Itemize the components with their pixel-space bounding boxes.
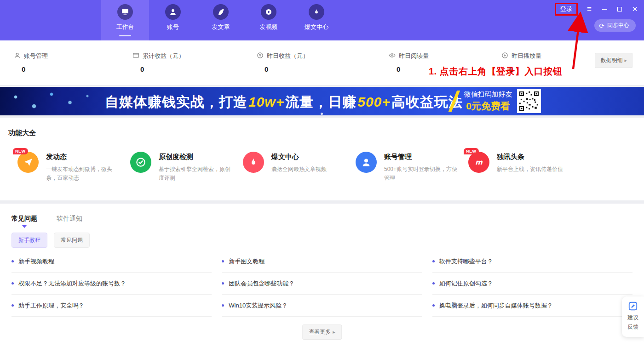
minimize-button[interactable] <box>601 5 608 13</box>
edit-icon <box>628 301 638 313</box>
stat-value: 0 <box>22 65 48 73</box>
faq-item[interactable]: 新手图文教程 <box>222 251 422 273</box>
stat-account-management: 账号管理 0 <box>14 52 48 73</box>
originality-check-icon <box>130 152 151 173</box>
tab-publish-video[interactable]: 发视频 <box>245 0 293 40</box>
tab-workbench[interactable]: 工作台 <box>101 0 149 40</box>
tab-label: 爆文中心 <box>305 23 328 31</box>
play-circle-icon <box>501 52 508 60</box>
new-badge: NEW <box>13 148 28 154</box>
stat-value: 0 <box>397 65 429 73</box>
pill-common-questions[interactable]: 常见问题 <box>54 233 90 248</box>
faq-item[interactable]: 新手视频教程 <box>12 251 212 273</box>
faq-item[interactable]: 软件支持哪些平台？ <box>432 251 632 273</box>
stat-label: 昨日收益（元） <box>267 52 309 60</box>
faq-filter-pills: 新手教程 常见问题 <box>12 233 90 248</box>
svg-text:m: m <box>475 158 483 166</box>
eye-icon <box>389 52 396 60</box>
card-icon <box>132 52 139 60</box>
bullet-icon <box>222 260 224 262</box>
user-icon <box>14 52 21 60</box>
banner-decoration <box>0 87 110 115</box>
menu-icon[interactable]: ≡ <box>586 5 593 13</box>
bullet-icon <box>12 282 14 285</box>
qr-code-icon <box>517 89 541 113</box>
feedback-label-line2: 反馈 <box>627 323 638 331</box>
stat-yesterday-income: 昨日收益（元） 0 <box>257 52 309 73</box>
tab-label: 账号 <box>167 23 179 31</box>
feature-title: 爆文中心 <box>271 153 346 161</box>
bullet-icon <box>222 304 224 307</box>
promo-banner[interactable]: 自媒体赚钱实战，打造10w+流量，日赚500+高收益玩法 微信扫码加好友 0元免… <box>0 87 644 115</box>
view-more-button[interactable]: 查看更多 ▸ <box>302 325 342 340</box>
faq-item[interactable]: 助手工作原理，安全吗？ <box>12 295 212 317</box>
tab-label: 发视频 <box>260 23 278 31</box>
faq-item[interactable]: 权限不足？无法添加对应等级的账号数？ <box>12 273 212 295</box>
sync-icon: ⟳ <box>599 22 604 29</box>
publish-article-icon <box>213 4 229 20</box>
faq-tab-label: 软件通知 <box>57 215 82 222</box>
faq-section: 常见问题 软件通知 新手教程 常见问题 新手视频教程 新手图文教程 软件支持哪些… <box>0 204 644 353</box>
feedback-widget[interactable]: 建议 反馈 <box>622 296 644 337</box>
flame-icon <box>243 152 264 173</box>
tab-hot-articles[interactable]: 爆文中心 <box>293 0 340 40</box>
chevron-right-icon: ▸ <box>333 329 335 335</box>
tab-label: 发文章 <box>212 23 230 31</box>
sync-center-button[interactable]: ⟳ 同步中心 <box>594 19 636 32</box>
publish-video-icon <box>261 4 276 20</box>
feature-card-originality-check[interactable]: 原创度检测 基于搜索引擎全网检索，原创度评测 <box>130 152 237 182</box>
feature-title: 账号管理 <box>384 153 459 161</box>
stat-label: 累计收益（元） <box>143 52 184 60</box>
view-more-label: 查看更多 <box>309 328 331 336</box>
bullet-icon <box>222 282 224 285</box>
annotation-step1-text: 1. 点击右上角【登录】入口按钮 <box>429 65 562 78</box>
data-detail-label: 数据明细 <box>600 57 622 64</box>
tab-publish-article[interactable]: 发文章 <box>197 0 245 40</box>
stat-label: 账号管理 <box>24 52 48 60</box>
faq-tabs: 常见问题 软件通知 <box>12 215 82 230</box>
feature-card-post-moments[interactable]: NEW 发动态 一键发布动态到微博，微头条，百家动态 <box>17 152 124 182</box>
feature-title: 独讯头条 <box>497 153 571 161</box>
faq-item[interactable]: 团队会员包含哪些功能？ <box>222 273 422 295</box>
faq-tab-common-questions[interactable]: 常见问题 <box>12 215 37 230</box>
feature-card-account-management[interactable]: 账号管理 500+账号实时登录切换，方便管理 <box>356 152 462 182</box>
chevron-right-icon: ▸ <box>624 57 627 63</box>
features-section: 功能大全 NEW 发动态 一键发布动态到微博，微头条，百家动态 原创度检测 基于… <box>0 118 644 200</box>
faq-item[interactable]: 如何记住原创勾选？ <box>432 273 632 295</box>
feedback-label-line1: 建议 <box>627 314 638 322</box>
tab-accounts[interactable]: 账号 <box>149 0 197 40</box>
feature-desc: 一键发布动态到微博，微头条，百家动态 <box>46 165 121 182</box>
faq-list: 新手视频教程 新手图文教程 软件支持哪些平台？ 权限不足？无法添加对应等级的账号… <box>12 251 632 317</box>
bullet-icon <box>12 260 14 262</box>
sync-label: 同步中心 <box>607 22 629 29</box>
feature-desc: 囊括全网最热文章视频 <box>271 165 346 174</box>
feature-title: 原创度检测 <box>159 153 233 161</box>
annotation-highlight-box: 登录 <box>555 3 578 16</box>
yen-icon <box>257 52 264 60</box>
banner-promo-text: 微信扫码加好友 0元免费看 <box>461 90 515 113</box>
stat-label: 昨日阅读量 <box>399 52 429 60</box>
faq-tab-software-notices[interactable]: 软件通知 <box>57 215 82 230</box>
new-badge: NEW <box>464 148 479 154</box>
login-button[interactable]: 登录 <box>556 4 576 14</box>
close-button[interactable]: ✕ <box>631 5 638 13</box>
maximize-button[interactable] <box>616 5 623 13</box>
data-detail-button[interactable]: 数据明细 ▸ <box>595 53 632 68</box>
bullet-icon <box>432 304 435 307</box>
app-header: 工作台 账号 发文章 发视频 爆文中心 登 <box>0 0 644 40</box>
account-icon <box>165 4 181 20</box>
faq-item[interactable]: Win10安装提示风险？ <box>222 295 422 317</box>
faq-item[interactable]: 换电脑登录后，如何同步自媒体账号数据？ <box>432 295 632 317</box>
user-circle-icon <box>356 152 377 173</box>
feature-desc: 基于搜索引擎全网检索，原创度评测 <box>159 165 233 182</box>
feature-card-duxun-toutiao[interactable]: m NEW 独讯头条 新平台上线，资讯传递价值 <box>468 152 575 174</box>
stat-yesterday-reads: 昨日阅读量 0 <box>389 52 429 73</box>
feature-card-hot-articles[interactable]: 爆文中心 囊括全网最热文章视频 <box>243 152 350 174</box>
pill-beginner-tutorial[interactable]: 新手教程 <box>12 233 47 248</box>
faq-tab-label: 常见问题 <box>12 215 37 222</box>
feature-title: 发动态 <box>46 153 121 161</box>
stat-value: 0 <box>140 65 184 73</box>
banner-headline: 自媒体赚钱实战，打造10w+流量，日赚500+高收益玩法 <box>105 93 463 112</box>
tab-label: 工作台 <box>116 23 134 31</box>
bullet-icon <box>432 282 435 285</box>
